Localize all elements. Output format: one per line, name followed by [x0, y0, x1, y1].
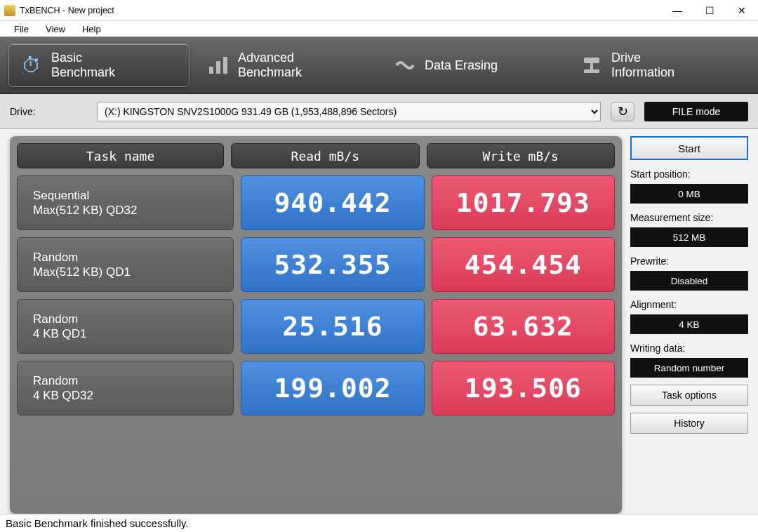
maximize-button[interactable]: ☐ — [693, 0, 726, 21]
task-name: SequentialMax(512 KB) QD32 — [17, 175, 234, 230]
tab-label: Basic — [51, 51, 82, 65]
refresh-button[interactable]: ↻ — [611, 102, 634, 121]
alignment-value[interactable]: 4 KB — [630, 314, 748, 334]
table-row: RandomMax(512 KB) QD1 532.355 454.454 — [17, 237, 615, 292]
window-title: TxBENCH - New project — [20, 6, 114, 15]
svg-rect-5 — [590, 63, 593, 69]
history-button[interactable]: History — [630, 413, 748, 434]
tab-label: Advanced — [238, 51, 294, 65]
task-name: Random4 KB QD32 — [17, 361, 234, 415]
close-button[interactable]: ✕ — [726, 0, 758, 21]
app-icon — [4, 5, 15, 16]
write-value: 454.454 — [432, 237, 615, 292]
toolbar: ⏱ BasicBenchmark AdvancedBenchmark Data … — [0, 36, 758, 94]
svg-rect-0 — [209, 67, 213, 74]
writing-data-value[interactable]: Random number — [630, 358, 748, 378]
measurement-size-value[interactable]: 512 MB — [630, 227, 748, 247]
tab-data-erasing[interactable]: Data Erasing — [382, 44, 563, 87]
table-row: SequentialMax(512 KB) QD32 940.442 1017.… — [17, 175, 615, 230]
erase-icon — [392, 53, 418, 78]
tab-label: Information — [611, 65, 674, 79]
drive-label: Drive: — [10, 106, 87, 117]
task-name: Random4 KB QD1 — [17, 299, 234, 354]
header-read: Read mB/s — [231, 143, 419, 168]
main-area: Task name Read mB/s Write mB/s Sequentia… — [0, 129, 758, 514]
status-bar: Basic Benchmark finished successfully. — [0, 514, 758, 532]
start-position-value[interactable]: 0 MB — [630, 184, 748, 204]
read-value: 199.002 — [241, 361, 424, 415]
prewrite-label: Prewrite: — [630, 255, 748, 267]
svg-rect-2 — [223, 57, 227, 74]
read-value: 25.516 — [241, 299, 424, 354]
bars-icon — [206, 53, 231, 78]
table-row: Random4 KB QD32 199.002 193.506 — [17, 361, 615, 415]
tab-advanced-benchmark[interactable]: AdvancedBenchmark — [195, 44, 376, 87]
drive-row: Drive: (X:) KINGSTON SNV2S1000G 931.49 G… — [0, 94, 758, 129]
write-value: 63.632 — [432, 299, 615, 354]
menu-bar: File View Help — [0, 21, 758, 36]
header-write: Write mB/s — [427, 143, 615, 168]
drive-icon — [579, 53, 604, 78]
menu-help[interactable]: Help — [75, 22, 108, 36]
header-task: Task name — [17, 143, 224, 168]
results-table: Task name Read mB/s Write mB/s Sequentia… — [10, 136, 622, 514]
task-name: RandomMax(512 KB) QD1 — [17, 237, 234, 292]
table-row: Random4 KB QD1 25.516 63.632 — [17, 299, 615, 354]
tab-basic-benchmark[interactable]: ⏱ BasicBenchmark — [8, 44, 190, 87]
svg-rect-3 — [584, 58, 599, 63]
prewrite-value[interactable]: Disabled — [630, 271, 748, 291]
sidebar: Start Start position: 0 MB Measurement s… — [630, 136, 748, 514]
read-value: 532.355 — [241, 237, 424, 292]
tab-label: Data Erasing — [425, 58, 498, 72]
file-mode-button[interactable]: FILE mode — [644, 102, 748, 121]
stopwatch-icon: ⏱ — [19, 53, 44, 78]
writing-data-label: Writing data: — [630, 343, 748, 354]
tab-label: Benchmark — [238, 65, 302, 79]
tab-label: Benchmark — [51, 65, 115, 79]
write-value: 1017.793 — [432, 175, 615, 230]
drive-select[interactable]: (X:) KINGSTON SNV2S1000G 931.49 GB (1,95… — [97, 102, 601, 121]
alignment-label: Alignment: — [630, 299, 748, 310]
tab-label: Drive — [611, 51, 641, 65]
start-position-label: Start position: — [630, 168, 748, 180]
write-value: 193.506 — [432, 361, 615, 415]
menu-file[interactable]: File — [7, 22, 36, 36]
read-value: 940.442 — [241, 175, 424, 230]
task-options-button[interactable]: Task options — [630, 385, 748, 406]
svg-rect-4 — [584, 69, 599, 73]
title-bar: TxBENCH - New project — ☐ ✕ — [0, 0, 758, 21]
measurement-size-label: Measurement size: — [630, 212, 748, 223]
minimize-button[interactable]: — — [661, 0, 693, 21]
start-button[interactable]: Start — [630, 136, 748, 160]
svg-rect-1 — [216, 61, 220, 74]
menu-view[interactable]: View — [39, 22, 72, 36]
tab-drive-information[interactable]: DriveInformation — [568, 44, 750, 87]
